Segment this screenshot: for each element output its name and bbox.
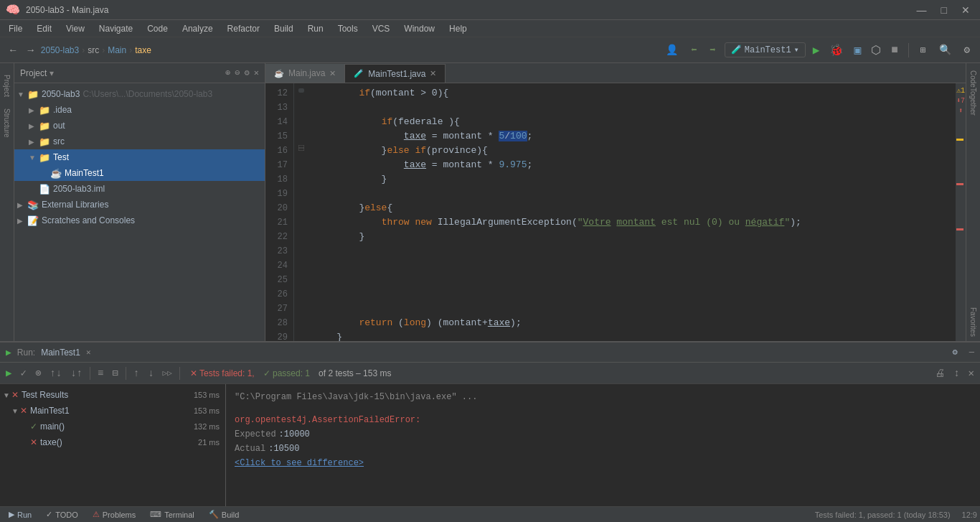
project-close-icon[interactable]: ✕ (254, 67, 259, 78)
menu-tools[interactable]: Tools (332, 22, 364, 35)
code-together-tab[interactable]: CodeTogether (968, 66, 979, 120)
run-tab-name[interactable]: MainTest1 (41, 348, 80, 358)
structure-tab-left[interactable]: Structure (1, 103, 12, 144)
toolbar: ← → 2050-lab3 › src › Main › taxe 👤 ⬅ ➡ … (0, 37, 980, 63)
search-button[interactable]: 🔍 (935, 41, 956, 59)
tab-main-java-close[interactable]: ✕ (329, 69, 336, 78)
bottom-tab-run[interactable]: ▶ Run (3, 508, 37, 521)
run-toolbar-print[interactable]: 🖨 (932, 366, 948, 381)
run-settings-icon[interactable]: ⚙ (953, 347, 958, 358)
back-button[interactable]: ← (6, 42, 20, 59)
user-icon[interactable]: 👤 (661, 41, 682, 59)
debug-button[interactable]: 🐞 (826, 42, 847, 59)
bottom-tab-terminal[interactable]: ⌨ Terminal (144, 508, 200, 521)
run-next-fail[interactable]: ↓ (145, 366, 156, 381)
tab-maintest1-label: MainTest1.java (368, 69, 425, 79)
test-label-maintest1: MainTest1 (30, 406, 70, 416)
run-close-panel-icon[interactable]: — (969, 348, 974, 358)
menu-view[interactable]: View (60, 22, 90, 35)
tree-item-root[interactable]: ▼ 📁 2050-lab3 C:\Users\...\Documents\205… (14, 86, 265, 102)
menu-edit[interactable]: Edit (31, 22, 57, 35)
tree-arrow-scratches: ▶ (17, 217, 24, 225)
tab-maintest1-java[interactable]: 🧪 MainTest1.java ✕ (345, 64, 446, 83)
run-jump-btn[interactable]: ▷▷ (160, 367, 175, 379)
tree-item-iml[interactable]: ▶ 📄 2050-lab3.iml (14, 181, 265, 197)
coverage-button[interactable]: ▣ (851, 42, 864, 59)
menu-help[interactable]: Help (443, 22, 473, 35)
tab-maintest1-close[interactable]: ✕ (430, 69, 436, 78)
menu-navigate[interactable]: Navigate (93, 22, 138, 35)
test-pass-icon-main: ✓ (30, 421, 37, 432)
gutter-fold-16[interactable] (294, 141, 308, 155)
warning-count[interactable]: ⚠1 ⬇7 ⬆ (957, 85, 964, 116)
menu-code[interactable]: Code (141, 22, 174, 35)
breadcrumb-project[interactable]: 2050-lab3 (41, 45, 79, 55)
tab-main-java-label: Main.java (288, 68, 325, 78)
editor-tabs: ☕ Main.java ✕ 🧪 MainTest1.java ✕ (265, 63, 966, 83)
tree-item-extlibs[interactable]: ▶ 📚 External Libraries (14, 197, 265, 213)
run-toolbar-scroll[interactable]: ↕ (951, 366, 962, 381)
run-stop-btn[interactable]: ⊗ (32, 365, 44, 381)
project-dropdown[interactable]: ▾ (50, 68, 54, 78)
code-editor[interactable]: if(montant > 0){ if(federale ){ taxe = m… (308, 83, 956, 341)
tab-main-java[interactable]: ☕ Main.java ✕ (265, 64, 345, 83)
problems-label: Problems (103, 511, 136, 519)
run-toolbar-close[interactable]: ✕ (966, 365, 977, 381)
run-prev-fail[interactable]: ↑ (131, 366, 142, 381)
profile-button[interactable]: ⬡ (868, 42, 884, 59)
menu-refactor[interactable]: Refactor (222, 22, 265, 35)
maximize-button[interactable]: □ (937, 3, 951, 17)
test-item-main[interactable]: ▶ ✓ main() 132 ms (0, 419, 225, 434)
bottom-tabs-row: ▶ Run ✓ TODO ⚠ Problems ⌨ Terminal 🔨 Bui… (0, 506, 980, 522)
breadcrumb-taxe[interactable]: taxe (135, 45, 151, 55)
code-line-20: }else{ (314, 201, 950, 215)
output-diff-link[interactable]: <Click to see difference> (235, 458, 364, 468)
breadcrumb-src[interactable]: src (88, 45, 99, 55)
run-tree-view[interactable]: ⊟ (109, 365, 121, 381)
collapse-all-icon[interactable]: ⊖ (235, 67, 240, 78)
project-settings-icon[interactable]: ⚙ (245, 67, 250, 78)
minimize-button[interactable]: — (913, 3, 931, 17)
stop-button[interactable]: ■ (888, 42, 901, 58)
tree-item-src[interactable]: ▶ 📁 src (14, 134, 265, 149)
breadcrumb-main[interactable]: Main (108, 45, 126, 55)
close-button[interactable]: ✕ (957, 3, 974, 17)
forward-button[interactable]: → (23, 42, 37, 59)
bottom-tab-todo[interactable]: ✓ TODO (40, 508, 84, 521)
run-list-view[interactable]: ≡ (95, 366, 106, 381)
tree-item-maintest1[interactable]: ▶ ☕ MainTest1 (14, 165, 265, 181)
settings-button[interactable]: ⚙ (960, 41, 974, 59)
layout-button[interactable]: ⊞ (916, 42, 930, 59)
run-button[interactable]: ▶ (810, 42, 823, 59)
output-diff-line[interactable]: <Click to see difference> (235, 456, 971, 470)
app-logo-icon: 🧠 (6, 3, 20, 17)
bottom-tab-problems[interactable]: ⚠ Problems (87, 508, 141, 521)
test-item-taxe[interactable]: ▶ ✕ taxe() 21 ms (0, 434, 225, 450)
gutter-breakpoint-12[interactable] (294, 83, 308, 98)
test-item-root[interactable]: ▼ ✕ Test Results 153 ms (0, 387, 225, 403)
git-forward-icon[interactable]: ➡ (705, 41, 720, 59)
menu-run[interactable]: Run (302, 22, 329, 35)
run-sort-desc[interactable]: ↓↑ (67, 366, 85, 381)
menu-vcs[interactable]: VCS (367, 22, 396, 35)
expand-all-icon[interactable]: ⊕ (225, 67, 230, 78)
git-back-icon[interactable]: ⬅ (687, 41, 701, 59)
run-sort-asc[interactable]: ↑↓ (47, 366, 65, 381)
menu-file[interactable]: File (3, 22, 28, 35)
menu-analyze[interactable]: Analyze (176, 22, 219, 35)
tree-item-test[interactable]: ▼ 📁 Test (14, 149, 265, 165)
test-item-maintest1[interactable]: ▼ ✕ MainTest1 153 ms (0, 403, 225, 419)
run-restart-button[interactable]: ▶ (3, 365, 14, 381)
tree-item-scratches[interactable]: ▶ 📝 Scratches and Consoles (14, 213, 265, 228)
menu-window[interactable]: Window (398, 22, 440, 35)
run-config-selector[interactable]: 🧪 MainTest1 ▾ (725, 42, 806, 57)
scroll-markers (957, 116, 964, 340)
run-check-button[interactable]: ✓ (17, 365, 29, 381)
project-tab[interactable]: Project (1, 69, 12, 103)
tree-item-out[interactable]: ▶ 📁 out (14, 118, 265, 134)
tree-item-idea[interactable]: ▶ 📁 .idea (14, 102, 265, 118)
favorites-tab[interactable]: Favorites (968, 303, 979, 341)
run-tab-close[interactable]: ✕ (86, 348, 91, 357)
bottom-tab-build[interactable]: 🔨 Build (203, 508, 245, 521)
menu-build[interactable]: Build (268, 22, 299, 35)
